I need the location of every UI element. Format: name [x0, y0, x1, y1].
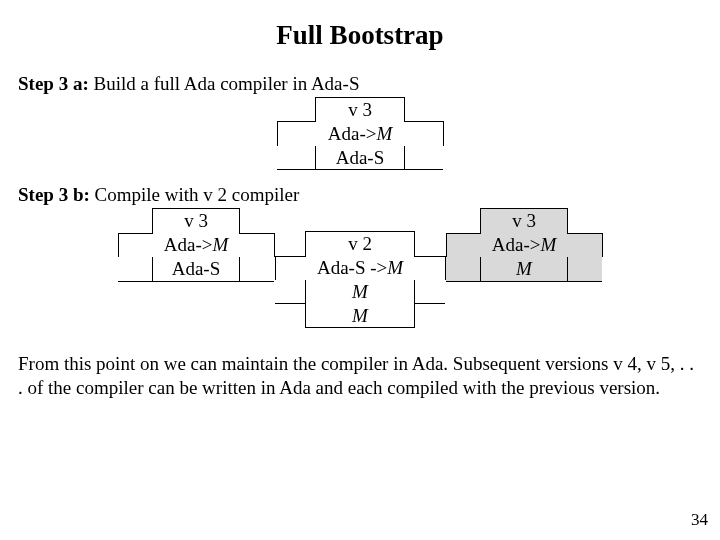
t3a-bot: Ada-S	[316, 146, 405, 170]
t3b-right: v 3 Ada->M M	[446, 208, 603, 281]
t3b-right-bot: M	[481, 257, 568, 281]
t3b-left-bot: Ada-S	[153, 257, 240, 281]
page-number: 34	[691, 510, 708, 530]
footer-paragraph: From this point on we can maintain the c…	[18, 352, 702, 400]
t3b-right-mid: Ada->M	[481, 233, 568, 257]
t3b-right-top: v 3	[481, 209, 568, 233]
t3b-left-mid: Ada->M	[153, 233, 240, 257]
step-3a-label: Step 3 a:	[18, 73, 89, 94]
t3b-center-mid: Ada-S ->M	[306, 256, 415, 280]
t3b-center-top: v 2	[306, 232, 415, 256]
t3b-center-bot2: M	[306, 304, 415, 328]
t3b-center: v 2 Ada-S ->M M M	[275, 231, 446, 328]
t3a-top: v 3	[316, 98, 405, 122]
step-3b-line: Step 3 b: Compile with v 2 compiler	[18, 184, 702, 206]
t3b-left-top: v 3	[153, 209, 240, 233]
step-3b-label: Step 3 b:	[18, 184, 90, 205]
t3b-left: v 3 Ada->M Ada-S	[118, 208, 275, 281]
t-diagram-3b: v 3 Ada->M Ada-S v 2 Ada	[18, 208, 702, 328]
slide-title: Full Bootstrap	[18, 20, 702, 51]
step-3a-line: Step 3 a: Build a full Ada compiler in A…	[18, 73, 702, 95]
step-3a-text: Build a full Ada compiler in Ada-S	[89, 73, 360, 94]
step-3b-text: Compile with v 2 compiler	[90, 184, 300, 205]
t3a-mid: Ada->M	[316, 122, 405, 146]
t-diagram-3a: v 3 Ada->M Ada-S	[18, 97, 702, 170]
t3b-center-bot1: M	[306, 280, 415, 304]
